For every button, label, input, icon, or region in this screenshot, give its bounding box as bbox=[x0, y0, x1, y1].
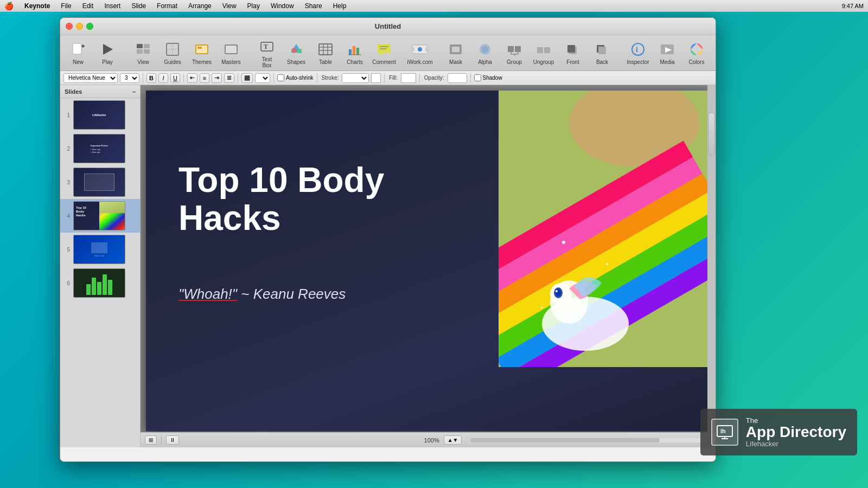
zoom-display: 100% bbox=[424, 437, 439, 444]
slide-number-3: 3 bbox=[63, 179, 70, 185]
svg-point-35 bbox=[418, 47, 422, 52]
play-button[interactable]: Play bbox=[94, 38, 121, 67]
italic-button[interactable]: I bbox=[158, 73, 168, 83]
horizontal-scrollbar-thumb bbox=[470, 438, 659, 442]
slide-item-1[interactable]: 1 LifeHacker bbox=[60, 98, 140, 132]
shapes-button[interactable]: Shapes bbox=[283, 38, 310, 67]
svg-rect-28 bbox=[356, 48, 359, 55]
slide-item-6[interactable]: 6 bbox=[60, 266, 140, 300]
menubar-window[interactable]: Window bbox=[269, 2, 296, 10]
play-icon bbox=[99, 41, 116, 58]
menubar-view[interactable]: View bbox=[220, 2, 239, 10]
slide-number-1: 1 bbox=[63, 112, 70, 118]
slide-view-toggle[interactable]: ⊞ bbox=[145, 435, 157, 445]
menubar-right-area: 9:47 AM bbox=[842, 3, 864, 9]
slide-number-5: 5 bbox=[63, 247, 70, 253]
bold-button[interactable]: B bbox=[146, 73, 156, 83]
back-button[interactable]: Back bbox=[589, 38, 616, 67]
minimize-button[interactable] bbox=[76, 23, 83, 30]
slide-bg-image bbox=[499, 91, 710, 367]
slide-item-5[interactable]: 5 Some text bbox=[60, 233, 140, 266]
menubar-slide[interactable]: Slide bbox=[129, 2, 148, 10]
mask-button[interactable]: Mask bbox=[442, 38, 469, 67]
align-center-button[interactable]: ≡ bbox=[200, 73, 209, 83]
front-button[interactable]: Front bbox=[559, 38, 586, 67]
group-button[interactable]: Group bbox=[501, 38, 528, 67]
shadow-checkbox[interactable] bbox=[474, 74, 481, 81]
menubar-play[interactable]: Play bbox=[245, 2, 262, 10]
menubar-insert[interactable]: Insert bbox=[102, 2, 123, 10]
comment-button[interactable]: Comment bbox=[371, 38, 398, 67]
charts-button[interactable]: Charts bbox=[341, 38, 368, 67]
textbox-icon: T bbox=[258, 38, 276, 55]
align-justify-button[interactable]: ≣ bbox=[224, 73, 234, 83]
svg-rect-42 bbox=[508, 46, 514, 52]
svg-rect-21 bbox=[319, 44, 332, 55]
align-right-button[interactable]: ⇥ bbox=[212, 73, 222, 83]
back-icon bbox=[593, 41, 611, 58]
format-bar: Helvetica Neue 36 B I U ⇤ ≡ ⇥ ≣ ⬛ Auto-s… bbox=[60, 71, 716, 85]
menubar-format[interactable]: Format bbox=[155, 2, 180, 10]
stroke-style-select[interactable] bbox=[342, 73, 369, 83]
pause-button[interactable]: ⏸ bbox=[166, 435, 179, 445]
slide-subtitle: "Whoah!" ~ Keanu Reeves bbox=[178, 286, 439, 303]
fmt-divider-1 bbox=[143, 73, 143, 83]
align-left-button[interactable]: ⇤ bbox=[187, 73, 197, 83]
media-button[interactable]: Media bbox=[654, 38, 681, 67]
slide-item-2[interactable]: 2 Important Points • Item one • Item two bbox=[60, 132, 140, 165]
masters-label: Masters bbox=[221, 59, 241, 65]
fmt-divider-8 bbox=[470, 73, 471, 83]
scrollbar-thumb[interactable] bbox=[708, 112, 715, 156]
view-label: View bbox=[137, 59, 149, 65]
colors-label: Colors bbox=[689, 59, 705, 65]
line-spacing-select[interactable] bbox=[255, 73, 270, 83]
fonts-button[interactable]: A Fonts bbox=[712, 38, 716, 67]
canvas-scrollbar[interactable] bbox=[707, 85, 716, 432]
slide-item-4[interactable]: 4 Top 10BodyHacks bbox=[60, 199, 140, 233]
alpha-button[interactable]: Alpha bbox=[471, 38, 499, 67]
close-button[interactable] bbox=[66, 23, 73, 30]
font-family-select[interactable]: Helvetica Neue bbox=[63, 73, 118, 83]
inspector-button[interactable]: i Inspector bbox=[624, 38, 652, 67]
font-size-select[interactable]: 36 bbox=[120, 73, 139, 83]
text-indent-button[interactable]: ⬛ bbox=[241, 73, 253, 83]
auto-shrink-checkbox[interactable] bbox=[277, 74, 284, 81]
iwork-button[interactable]: iWork.com bbox=[406, 38, 433, 67]
svg-rect-43 bbox=[515, 46, 521, 52]
opacity-label: Opacity: bbox=[424, 75, 444, 81]
new-button[interactable]: New bbox=[65, 38, 92, 67]
horizontal-scrollbar[interactable] bbox=[470, 438, 707, 442]
stroke-color-swatch[interactable] bbox=[371, 73, 381, 83]
whoah-text: "Whoah!" bbox=[178, 286, 237, 302]
apple-menu[interactable]: 🍎 bbox=[4, 2, 14, 10]
menubar-file[interactable]: File bbox=[59, 2, 73, 10]
masters-button[interactable]: Masters bbox=[218, 38, 245, 67]
menubar-share[interactable]: Share bbox=[303, 2, 324, 10]
table-button[interactable]: Table bbox=[312, 38, 339, 67]
svg-rect-48 bbox=[537, 47, 543, 53]
menubar-help[interactable]: Help bbox=[331, 2, 349, 10]
slide-thumb-3 bbox=[73, 168, 125, 197]
comment-icon bbox=[375, 41, 393, 58]
maximize-button[interactable] bbox=[86, 23, 93, 30]
slides-panel: Slides – 1 LifeHacker 2 Important Points… bbox=[60, 85, 141, 447]
svg-point-70 bbox=[606, 263, 608, 265]
slides-header: Slides – bbox=[60, 85, 140, 98]
guides-button[interactable]: Guides bbox=[159, 38, 186, 67]
opacity-input[interactable] bbox=[448, 73, 467, 83]
ungroup-button[interactable]: Ungroup bbox=[530, 38, 557, 67]
themes-button[interactable]: Themes bbox=[188, 38, 215, 67]
menubar-keynote[interactable]: Keynote bbox=[22, 2, 52, 10]
slide-canvas[interactable]: Top 10 Body Hacks "Whoah!" ~ Keanu Reeve… bbox=[146, 91, 710, 431]
menubar-arrange[interactable]: Arrange bbox=[186, 2, 214, 10]
slide-item-3[interactable]: 3 bbox=[60, 165, 140, 199]
colors-button[interactable]: Colors bbox=[683, 38, 710, 67]
fill-color-swatch[interactable] bbox=[401, 73, 416, 83]
mask-label: Mask bbox=[449, 59, 462, 65]
textbox-button[interactable]: T Text Box bbox=[253, 36, 280, 70]
view-button[interactable]: View bbox=[130, 38, 157, 67]
slides-collapse-icon[interactable]: – bbox=[132, 88, 136, 95]
underline-button[interactable]: U bbox=[170, 73, 180, 83]
zoom-stepper[interactable]: ▲▼ bbox=[444, 435, 462, 445]
menubar-edit[interactable]: Edit bbox=[80, 2, 96, 10]
